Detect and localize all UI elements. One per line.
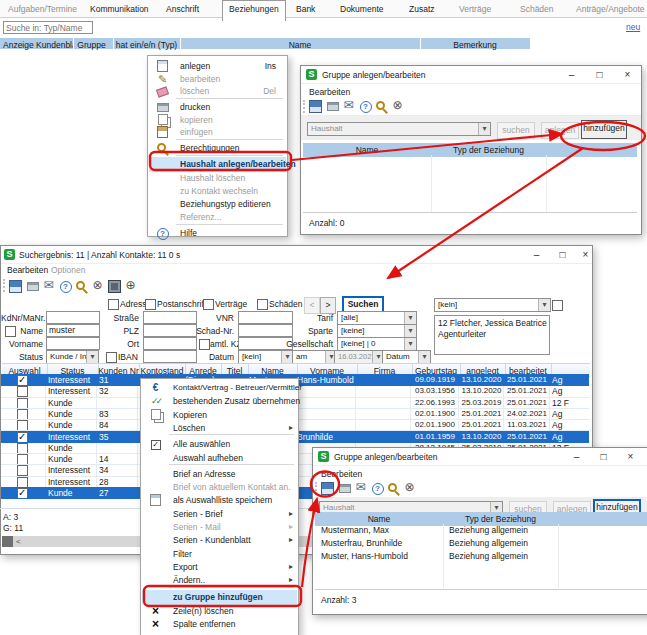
dialog1-menu-bearbeiten[interactable]: Bearbeiten bbox=[305, 85, 354, 99]
sparte-combo[interactable]: [keine] bbox=[337, 324, 417, 338]
menu-item-zeilen-loeschen[interactable]: × Zeile(n) löschen bbox=[142, 604, 297, 618]
maximize-button[interactable]: □ bbox=[554, 247, 571, 262]
am-combo[interactable]: am bbox=[292, 350, 338, 364]
menu-item-hilfe[interactable]: ? Hilfe bbox=[149, 226, 286, 240]
close-circle-icon[interactable]: ⊗ bbox=[403, 481, 416, 494]
menu-item-auswahl-aufheben[interactable]: Auswahl aufheben bbox=[142, 451, 297, 465]
save-icon[interactable] bbox=[309, 100, 322, 113]
tab-anschrift[interactable]: Anschrift bbox=[166, 0, 199, 21]
print-icon[interactable] bbox=[326, 100, 339, 113]
save-icon[interactable] bbox=[321, 482, 334, 495]
schaeden-checkbox[interactable] bbox=[257, 299, 268, 310]
suchen-button[interactable]: suchen bbox=[497, 122, 535, 139]
mail-icon[interactable]: ✉ bbox=[42, 279, 55, 292]
ort-input[interactable] bbox=[143, 337, 197, 350]
safe-icon[interactable] bbox=[108, 280, 121, 293]
menu-item-beziehungstyp-editieren[interactable]: Beziehungstyp editieren bbox=[149, 197, 286, 211]
vertraege-checkbox[interactable] bbox=[203, 299, 214, 310]
menu-item-kopieren[interactable]: Kopieren bbox=[142, 408, 297, 422]
dialog1-table-body[interactable] bbox=[303, 155, 637, 213]
tab-bank[interactable]: Bank bbox=[296, 0, 315, 21]
menu-item-filter[interactable]: Filter bbox=[142, 547, 297, 561]
key-icon[interactable] bbox=[75, 280, 88, 293]
menu-item-serien-kundenblatt[interactable]: Serien - Kundenblatt bbox=[142, 533, 297, 547]
agent-listbox[interactable]: 12 Fletcher, Jessica Beatrice Agenturlei… bbox=[434, 315, 550, 355]
print-icon[interactable] bbox=[26, 280, 39, 293]
close-circle-icon[interactable]: ⊗ bbox=[91, 279, 104, 292]
menu-item-zu-kontakt-wechseln[interactable]: zu Kontakt wechseln bbox=[149, 184, 286, 198]
menu-item-serien-mail[interactable]: Serien - Mail bbox=[142, 520, 297, 534]
mail-icon[interactable]: ✉ bbox=[354, 481, 367, 494]
scroll-left-arrow[interactable]: < bbox=[16, 537, 21, 546]
menu-item-alle-auswaehlen[interactable]: ✓ Alle auswählen bbox=[142, 437, 297, 451]
vorname-input[interactable] bbox=[46, 337, 100, 350]
datum2-combo[interactable]: Datum bbox=[382, 350, 431, 364]
close-button[interactable]: × bbox=[622, 449, 639, 464]
tab-schaeden[interactable]: Schäden bbox=[520, 0, 554, 21]
menu-item-haushalt-anlegen[interactable]: Haushalt anlegen/bearbeiten bbox=[149, 157, 286, 172]
amtlkz-checkbox[interactable] bbox=[199, 339, 210, 350]
menu-item-export[interactable]: Export bbox=[142, 560, 297, 574]
date-combo[interactable]: 16.03.2021 bbox=[334, 350, 385, 364]
next-page-button[interactable]: > bbox=[320, 297, 336, 314]
close-button[interactable]: × bbox=[619, 67, 636, 82]
agent-checkbox[interactable] bbox=[552, 300, 563, 311]
print-icon[interactable] bbox=[338, 482, 351, 495]
group-member-row[interactable]: Muster, Hans-Humbold Beziehung allgemein bbox=[315, 551, 647, 563]
help-icon[interactable]: ? bbox=[59, 279, 72, 292]
menu-item-kontakt-vertrag-betreuer[interactable]: € Kontakt/Vertrag - Betreuer/Vermittler bbox=[142, 381, 297, 395]
tab-vertraege[interactable]: Verträge bbox=[459, 0, 491, 21]
tab-antraege-angebote[interactable]: Anträge/Angebote bbox=[576, 0, 645, 21]
menu-item-zusatz-uebernehmen[interactable]: ✓✓ bestehenden Zusatz übernehmen bbox=[142, 394, 297, 408]
anlegen-button[interactable]: anlegen bbox=[541, 122, 579, 139]
tab-aufgaben-termine[interactable]: Aufgaben/Termine bbox=[8, 0, 77, 21]
iban-checkbox[interactable] bbox=[106, 352, 117, 363]
main-titlebar[interactable]: S Suchergebnis: 11 | Anzahl Kontakte: 11… bbox=[1, 246, 592, 264]
menu-optionen[interactable]: Optionen bbox=[47, 263, 90, 277]
name-input[interactable]: muster bbox=[46, 324, 100, 337]
menu-item-loeschen[interactable]: Löschen bbox=[142, 421, 297, 435]
maximize-button[interactable]: □ bbox=[595, 449, 612, 464]
web-icon[interactable]: ⊕ bbox=[124, 279, 137, 292]
plz-input[interactable] bbox=[143, 324, 197, 337]
strasse-input[interactable] bbox=[143, 311, 197, 324]
haushalt-combo[interactable]: Haushalt bbox=[307, 122, 491, 136]
row-checkbox[interactable] bbox=[17, 488, 28, 499]
menu-item-brief-von-kontakt[interactable]: Brief von aktuellem Kontakt an. bbox=[142, 480, 297, 494]
key-icon[interactable] bbox=[375, 100, 388, 113]
menu-item-zu-gruppe-hinzufuegen[interactable]: zu Gruppe hinzufügen bbox=[142, 590, 297, 605]
menu-item-haushalt-loeschen[interactable]: Haushalt löschen bbox=[149, 171, 286, 185]
help-icon[interactable]: ? bbox=[371, 481, 384, 494]
agent-combo[interactable]: [kein] bbox=[434, 298, 551, 312]
vnr-input[interactable] bbox=[238, 311, 293, 324]
neu-link[interactable]: neu bbox=[626, 22, 640, 32]
menu-item-einfuegen[interactable]: einfügen bbox=[149, 125, 286, 139]
group-member-row[interactable]: Musterfrau, Brunhilde Beziehung allgemei… bbox=[315, 538, 647, 550]
menu-item-spalte-entfernen[interactable]: × Spalte entfernen bbox=[142, 617, 297, 631]
maximize-button[interactable]: □ bbox=[591, 67, 608, 82]
datum-combo[interactable]: [kein] bbox=[238, 350, 294, 364]
kdnr-input[interactable] bbox=[46, 311, 100, 324]
postanschrift-checkbox[interactable] bbox=[145, 299, 156, 310]
prev-page-button[interactable]: < bbox=[304, 297, 320, 314]
menu-item-aendern[interactable]: Ändern.. bbox=[142, 573, 297, 587]
adresse-checkbox[interactable] bbox=[108, 299, 119, 310]
tab-dokumente[interactable]: Dokumente bbox=[340, 0, 383, 21]
menu-item-auswahlliste-speichern[interactable]: als Auswahlliste speichern bbox=[142, 493, 297, 507]
help-icon[interactable]: ? bbox=[359, 99, 372, 112]
menu-item-loeschen[interactable]: löschenDel bbox=[149, 84, 286, 98]
close-button[interactable]: × bbox=[580, 247, 591, 262]
close-circle-icon[interactable]: ⊗ bbox=[391, 99, 404, 112]
group-member-row[interactable]: Mustermann, Max Beziehung allgemein bbox=[315, 525, 647, 537]
status-combo[interactable]: Kunde / Inter bbox=[46, 350, 99, 364]
menu-item-serien-brief[interactable]: Serien - Brief bbox=[142, 507, 297, 521]
minimize-button[interactable]: – bbox=[568, 449, 585, 464]
tab-beziehungen[interactable]: Beziehungen bbox=[222, 0, 286, 21]
iban-input[interactable] bbox=[143, 350, 197, 363]
save-icon[interactable] bbox=[9, 280, 22, 293]
minimize-button[interactable]: – bbox=[528, 247, 545, 262]
tab-zusatz[interactable]: Zusatz bbox=[409, 0, 435, 21]
scrollbar-thumb[interactable] bbox=[2, 536, 13, 547]
tab-kommunikation[interactable]: Kommunikation bbox=[90, 0, 149, 21]
minimize-button[interactable]: – bbox=[563, 67, 580, 82]
